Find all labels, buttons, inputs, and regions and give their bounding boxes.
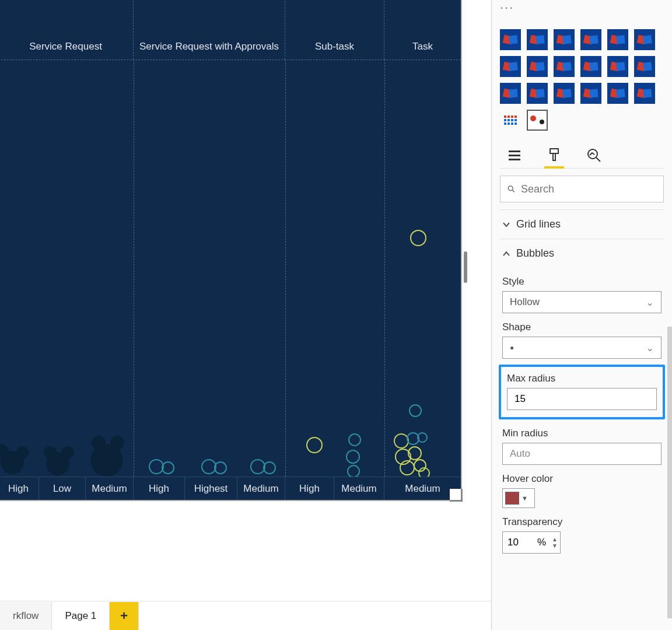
section-title: Bubbles <box>516 247 554 260</box>
bubble <box>408 446 422 460</box>
bubble <box>263 461 276 474</box>
visualizations-pane: ··· <box>491 0 672 630</box>
viz-type-icon[interactable] <box>607 56 628 77</box>
tick: High <box>0 477 39 500</box>
viz-type-icon[interactable] <box>580 29 601 50</box>
viz-type-icon[interactable] <box>527 83 548 104</box>
viz-type-icon[interactable] <box>500 83 521 104</box>
page-tab-partial[interactable]: rkflow <box>0 602 52 630</box>
field-label-style: Style <box>502 276 662 288</box>
chevron-down-icon: ⌄ <box>646 342 654 354</box>
pane-more-icon[interactable]: ··· <box>500 0 664 21</box>
col-header: Service Request <box>0 0 134 60</box>
viz-type-icon[interactable] <box>634 56 655 77</box>
chevron-down-icon <box>502 220 510 229</box>
style-dropdown[interactable]: Hollow ⌄ <box>502 291 662 313</box>
svg-line-16 <box>512 190 514 192</box>
viz-type-icon[interactable] <box>554 83 575 104</box>
tick: High <box>134 477 185 500</box>
svg-point-15 <box>508 186 513 191</box>
visual-scrollbar-thumb[interactable] <box>464 251 467 283</box>
viz-type-icon[interactable] <box>607 83 628 104</box>
viz-type-icon[interactable] <box>527 56 548 77</box>
field-label-shape: Shape <box>502 321 662 333</box>
chevron-down-icon: ⌄ <box>646 296 654 309</box>
bubble <box>346 450 360 464</box>
fields-tab-icon[interactable] <box>505 142 524 168</box>
spinner-arrows-icon[interactable]: ▲▼ <box>550 536 560 549</box>
transparency-spinner[interactable]: 10 % ▲▼ <box>502 531 561 554</box>
resize-handle-icon[interactable] <box>450 489 463 502</box>
field-label-max-radius: Max radius <box>507 373 657 384</box>
viz-type-grid-icon[interactable] <box>500 110 521 131</box>
bubble <box>347 465 360 478</box>
col-header: Service Request with Approvals <box>134 0 285 60</box>
panel-scrollbar[interactable] <box>667 327 672 618</box>
bubble <box>44 446 57 459</box>
spinner-unit: % <box>537 537 550 548</box>
bubble <box>409 404 422 417</box>
section-bubbles-header[interactable]: Bubbles <box>500 239 664 268</box>
min-radius-input[interactable] <box>510 448 654 460</box>
dropdown-value: Hollow <box>510 296 540 308</box>
tick: Medium <box>86 477 134 500</box>
visual-container[interactable]: Service Request Service Request with App… <box>0 0 462 501</box>
bubble <box>92 436 106 450</box>
section-title: Grid lines <box>516 218 561 230</box>
bubble <box>16 446 29 459</box>
bubble <box>410 230 426 246</box>
viz-gallery <box>500 21 664 134</box>
viz-type-icon[interactable] <box>554 56 575 77</box>
min-radius-input-wrap[interactable] <box>502 443 662 465</box>
tick: Medium <box>334 477 384 500</box>
analytics-tab-icon[interactable] <box>584 142 604 168</box>
viz-type-icon[interactable] <box>634 83 655 104</box>
report-canvas-area: Service Request Service Request with App… <box>0 0 491 630</box>
viz-type-icon[interactable] <box>580 56 601 77</box>
viz-type-icon[interactable] <box>500 56 521 77</box>
svg-rect-11 <box>509 155 520 156</box>
search-box[interactable] <box>500 176 664 202</box>
svg-rect-10 <box>509 150 520 152</box>
field-label-transparency: Transparency <box>502 516 662 528</box>
page-tabs: rkflow Page 1 + <box>0 601 491 630</box>
page-tab-active[interactable]: Page 1 <box>52 602 110 630</box>
viz-type-icon[interactable] <box>607 29 628 50</box>
search-input[interactable] <box>521 183 656 195</box>
tick: Medium <box>237 477 285 500</box>
hover-color-picker[interactable]: ▼ <box>502 488 535 508</box>
search-icon <box>508 183 515 195</box>
format-tab-icon[interactable] <box>544 142 564 168</box>
section-gridlines-header[interactable]: Grid lines <box>500 210 664 239</box>
max-radius-input[interactable] <box>514 393 649 405</box>
chart-visual[interactable]: Service Request Service Request with App… <box>0 0 461 500</box>
tick: High <box>285 477 334 500</box>
spinner-value: 10 <box>503 537 537 548</box>
col-header: Sub-task <box>285 0 384 60</box>
bubble <box>162 461 174 474</box>
bubble <box>348 433 361 446</box>
add-page-button[interactable]: + <box>110 602 139 630</box>
chevron-up-icon <box>502 250 510 258</box>
viz-type-icon[interactable] <box>527 29 548 50</box>
viz-type-selected-icon[interactable] <box>527 110 548 131</box>
svg-line-14 <box>596 158 600 162</box>
viz-type-icon[interactable] <box>634 29 655 50</box>
column-headers: Service Request Service Request with App… <box>0 0 461 60</box>
viz-type-icon[interactable] <box>580 83 601 104</box>
color-swatch-icon <box>505 492 519 505</box>
tick: Low <box>39 477 86 500</box>
max-radius-input-wrap[interactable] <box>507 388 657 410</box>
bubble-plot-area <box>0 60 461 477</box>
tick: Highest <box>185 477 237 500</box>
viz-type-icon[interactable] <box>500 29 521 50</box>
bubble <box>214 461 227 474</box>
viz-type-icon[interactable] <box>554 29 575 50</box>
x-axis: High Low Medium High Highest Medium High… <box>0 477 461 500</box>
shape-dropdown[interactable]: ● ⌄ <box>502 337 662 359</box>
field-label-hover-color: Hover color <box>502 473 662 485</box>
bubble <box>417 432 428 443</box>
col-header: Task <box>384 0 461 60</box>
pane-tabs <box>500 134 664 169</box>
dropdown-value: ● <box>510 344 514 352</box>
